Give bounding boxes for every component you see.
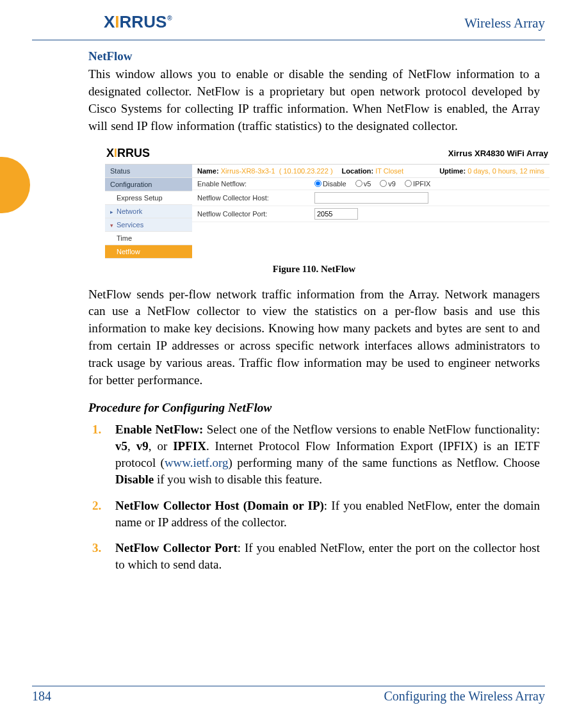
info-bar: Name: Xirrus-XR8-3x3-1 ( 10.100.23.222 )… xyxy=(192,165,549,178)
radio-v9[interactable]: v9 xyxy=(380,180,396,188)
page-header: XIRRUS® Wireless Array xyxy=(32,14,545,40)
figure-caption: Figure 110. NetFlow xyxy=(88,264,540,275)
chevron-down-icon: ▾ xyxy=(110,222,115,229)
intro-paragraph: This window allows you to enable or disa… xyxy=(88,66,540,135)
step3-title: NetFlow Collector Port xyxy=(115,541,238,554)
radio-disable-input[interactable] xyxy=(314,180,321,187)
desc-paragraph: NetFlow sends per-flow network traffic i… xyxy=(88,286,540,389)
radio-ipfix-input[interactable] xyxy=(405,180,412,187)
step1-v5: v5 xyxy=(115,439,127,453)
figure-screenshot: XIRRUS Xirrus XR4830 WiFi Array Status C… xyxy=(105,145,549,259)
ietf-link[interactable]: www.ietf.org xyxy=(165,456,229,469)
step1-comma2: , or xyxy=(149,439,173,453)
nav-network-label: Network xyxy=(117,207,142,215)
brand-logo: XIRRUS® xyxy=(104,12,172,32)
step2-title: NetFlow Collector Host (Domain or IP) xyxy=(115,499,324,512)
info-name-label: Name: xyxy=(197,167,219,175)
nav-network[interactable]: ▸Network xyxy=(105,205,192,218)
radio-ipfix-label: IPFIX xyxy=(413,180,431,188)
brand-rest: RRUS xyxy=(120,12,167,31)
footer-title: Configuring the Wireless Array xyxy=(384,689,545,704)
info-loc-value: IT Closet xyxy=(375,167,403,175)
enable-netflow-label: Enable Netflow: xyxy=(197,180,309,188)
section-heading: NetFlow xyxy=(88,49,540,63)
nav-services[interactable]: ▾Services xyxy=(105,218,192,232)
nav-netflow[interactable]: Netflow xyxy=(105,245,192,259)
info-name-value: Xirrus-XR8-3x3-1 xyxy=(221,167,275,175)
thumb-tab xyxy=(0,157,30,213)
step1-disable: Disable xyxy=(115,473,154,486)
chevron-right-icon: ▸ xyxy=(110,209,115,215)
step1-text-d: if you wish to disable this feature. xyxy=(154,473,322,486)
collector-port-label: Netflow Collector Port: xyxy=(197,210,309,218)
nav-configuration[interactable]: Configuration xyxy=(105,178,192,191)
radio-v5-input[interactable] xyxy=(355,180,362,187)
header-title: Wireless Array xyxy=(464,15,545,31)
radio-v5[interactable]: v5 xyxy=(355,180,371,188)
info-loc-label: Location: xyxy=(342,167,374,175)
fig-brand: XIRRUS xyxy=(106,147,150,160)
row-enable-netflow: Enable Netflow: Disable v5 v9 IPFIX xyxy=(192,178,549,190)
row-collector-host: Netflow Collector Host: xyxy=(192,190,549,206)
collector-port-input[interactable] xyxy=(314,208,358,220)
radio-v9-input[interactable] xyxy=(380,180,387,187)
procedure-heading: Procedure for Configuring NetFlow xyxy=(88,401,540,415)
nav-time[interactable]: Time xyxy=(105,232,192,245)
radio-disable[interactable]: Disable xyxy=(314,180,346,188)
nav-status[interactable]: Status xyxy=(105,165,192,178)
nav-services-label: Services xyxy=(117,221,143,229)
fig-brand-rest: RRUS xyxy=(117,147,150,159)
step1-text-a: Select one of the Netflow versions to en… xyxy=(207,423,540,436)
fig-nav: Status Configuration Express Setup ▸Netw… xyxy=(105,165,192,259)
radio-v9-label: v9 xyxy=(388,180,396,188)
step1-comma1: , xyxy=(127,439,136,453)
step1-text-c: ) performing many of the same functions … xyxy=(229,456,540,469)
step1-title: Enable NetFlow: xyxy=(115,423,207,436)
brand-dot: I xyxy=(115,12,119,31)
fig-model: Xirrus XR4830 WiFi Array xyxy=(448,149,548,158)
info-uptime-value: 0 days, 0 hours, 12 mins xyxy=(467,167,544,175)
collector-host-input[interactable] xyxy=(314,192,428,204)
step-2: NetFlow Collector Host (Domain or IP): I… xyxy=(115,497,540,531)
collector-host-label: Netflow Collector Host: xyxy=(197,194,309,202)
step1-ipfix: IPFIX xyxy=(173,439,206,453)
row-collector-port: Netflow Collector Port: xyxy=(192,206,549,222)
brand-x: X xyxy=(104,12,115,31)
step-1: Enable NetFlow: Select one of the Netflo… xyxy=(115,421,540,489)
nav-express-setup[interactable]: Express Setup xyxy=(105,191,192,205)
brand-reg: ® xyxy=(167,15,172,22)
radio-disable-label: Disable xyxy=(323,180,346,188)
radio-v5-label: v5 xyxy=(364,180,371,188)
step-3: NetFlow Collector Port: If you enabled N… xyxy=(115,540,540,573)
info-uptime-label: Uptime: xyxy=(439,167,466,175)
fig-brand-x: X xyxy=(106,147,114,159)
page-number: 184 xyxy=(32,689,51,704)
radio-ipfix[interactable]: IPFIX xyxy=(405,180,431,188)
info-ip: ( 10.100.23.222 ) xyxy=(279,167,333,175)
page-footer: 184 Configuring the Wireless Array xyxy=(32,686,545,704)
step1-v9: v9 xyxy=(136,439,149,453)
